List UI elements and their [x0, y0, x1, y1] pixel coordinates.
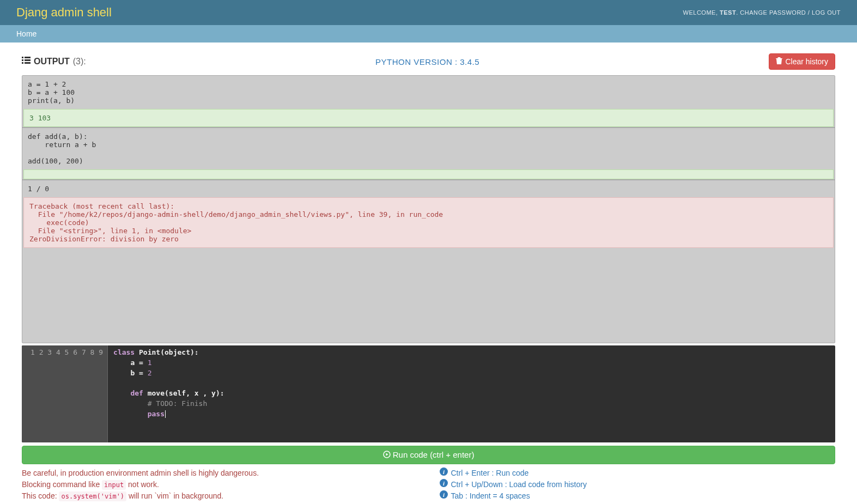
run-code-button[interactable]: Run code (ctrl + enter) [22, 446, 835, 465]
warn-line-3: This code: os.system('vim') will run `vi… [22, 490, 418, 502]
python-version: PYTHON VERSION : 3.4.5 [86, 57, 769, 66]
admin-header: Djang admin shell WELCOME, TEST. CHANGE … [0, 0, 857, 25]
info-icon: i [440, 479, 448, 490]
svg-rect-2 [22, 59, 23, 61]
list-icon [22, 57, 31, 66]
welcome-label: WELCOME, [683, 9, 718, 16]
svg-rect-0 [22, 57, 23, 58]
history-input: def add(a, b): return a + b add(100, 200… [22, 127, 835, 169]
footer: Be careful, in production environment ad… [22, 464, 835, 502]
home-link[interactable]: Home [16, 29, 37, 38]
output-label: OUTPUT [34, 57, 70, 66]
clear-history-button[interactable]: Clear history [769, 53, 835, 70]
warning-text: Be careful, in production environment ad… [22, 467, 418, 502]
clear-history-label: Clear history [785, 57, 828, 66]
history-input: a = 1 + 2 b = a + 100 print(a, b) [22, 76, 835, 109]
play-icon [383, 451, 391, 460]
svg-rect-5 [25, 62, 31, 64]
editor-gutter: 1 2 3 4 5 6 7 8 9 [22, 345, 108, 442]
site-title: Djang admin shell [16, 5, 112, 20]
svg-rect-3 [25, 59, 31, 61]
run-code-label: Run code (ctrl + enter) [393, 450, 475, 459]
svg-rect-1 [25, 57, 31, 58]
editor-body[interactable]: class Point(object): a = 1 b = 2 def mov… [108, 345, 835, 442]
history-output-success: 3 103 [23, 109, 834, 127]
warn-line-1: Be careful, in production environment ad… [22, 467, 418, 479]
user-links: WELCOME, TEST. CHANGE PASSWORD / LOG OUT [683, 9, 841, 16]
keyboard-hints: iCtrl + Enter : Run codeiCtrl + Up/Down … [440, 467, 836, 502]
info-icon: i [440, 490, 448, 502]
logout-link[interactable]: LOG OUT [812, 9, 841, 16]
info-icon: i [440, 467, 448, 479]
hint-row: iTab : Indent = 4 spaces [440, 490, 836, 502]
trash-icon [776, 57, 782, 66]
output-area[interactable]: a = 1 + 2 b = a + 100 print(a, b)3 103de… [22, 75, 835, 343]
history-output-error: Traceback (most recent call last): File … [23, 197, 834, 248]
history-output-success [23, 169, 834, 179]
output-count: (3): [73, 57, 86, 66]
hint-row: iCtrl + Up/Down : Load code from history [440, 479, 836, 490]
username: TEST [720, 9, 736, 16]
toolbar: OUTPUT (3): PYTHON VERSION : 3.4.5 Clear… [22, 48, 835, 75]
svg-rect-4 [22, 62, 23, 64]
code-editor[interactable]: 1 2 3 4 5 6 7 8 9 class Point(object): a… [22, 345, 835, 442]
change-password-link[interactable]: CHANGE PASSWORD [740, 9, 806, 16]
breadcrumb: Home [0, 25, 857, 42]
history-input: 1 / 0 [22, 179, 835, 197]
warn-line-2: Blocking command like input not work. [22, 479, 418, 490]
hint-row: iCtrl + Enter : Run code [440, 467, 836, 479]
